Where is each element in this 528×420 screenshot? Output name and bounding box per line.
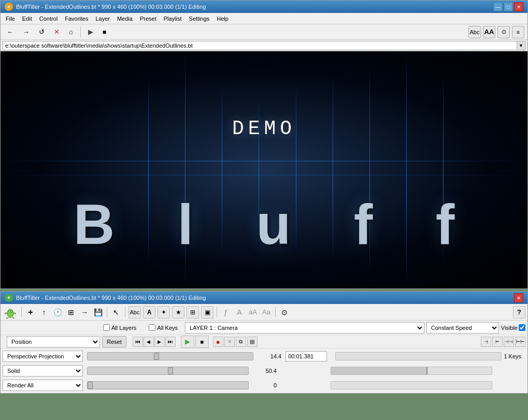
letter-l: l bbox=[177, 196, 193, 253]
visible-label[interactable]: Visible bbox=[501, 324, 525, 331]
record-btns: ● ✕ ⧉ ▤ bbox=[213, 337, 258, 347]
window-controls[interactable]: — □ ✕ bbox=[493, 2, 523, 11]
help-btn[interactable]: ? bbox=[513, 306, 525, 318]
media-icon[interactable]: ▣ bbox=[201, 306, 213, 318]
record-button[interactable]: ● bbox=[213, 337, 223, 347]
demo-text: DEMO bbox=[232, 118, 296, 140]
tb-sep-5 bbox=[275, 307, 276, 317]
layer-move-button[interactable]: → bbox=[79, 307, 90, 318]
next-frame-button[interactable]: ▶ bbox=[154, 337, 165, 347]
speed-select[interactable]: Constant Speed bbox=[426, 322, 499, 334]
playback-btns: ▶ ■ bbox=[181, 336, 209, 348]
a-icon[interactable]: A bbox=[143, 306, 155, 318]
menu-media[interactable]: Media bbox=[114, 15, 136, 23]
speedometer-icon[interactable]: ⊙ bbox=[279, 307, 290, 318]
all-keys-label[interactable]: All Keys bbox=[149, 324, 178, 331]
paste-key-button[interactable]: ▤ bbox=[247, 337, 258, 347]
forward-button[interactable]: → bbox=[20, 27, 33, 37]
prev-frame-button[interactable]: ◀ bbox=[144, 337, 154, 347]
bottom-close-button[interactable]: ✕ bbox=[514, 293, 523, 302]
delete-key-button[interactable]: ✕ bbox=[224, 337, 235, 347]
clock-button[interactable]: 🕐 bbox=[52, 307, 63, 318]
menu-settings[interactable]: Settings bbox=[186, 15, 213, 23]
timeline-track-3[interactable] bbox=[331, 381, 492, 389]
nav-prev-key2[interactable]: ⊣⊣ bbox=[504, 337, 514, 347]
layer-copy-button[interactable]: ⊞ bbox=[65, 307, 77, 318]
timeline-track[interactable] bbox=[335, 352, 502, 360]
menu-file[interactable]: File bbox=[3, 15, 18, 23]
media-stop-button[interactable]: ■ bbox=[99, 27, 109, 37]
save-layer-button[interactable]: 💾 bbox=[92, 307, 104, 318]
slider-2-thumb[interactable] bbox=[168, 367, 173, 374]
slider-1-thumb[interactable] bbox=[154, 353, 159, 360]
slider-2-track[interactable] bbox=[87, 367, 249, 375]
address-input[interactable] bbox=[3, 41, 517, 50]
abc-icon[interactable]: Abc bbox=[468, 26, 481, 38]
star-icon[interactable]: ★ bbox=[172, 306, 184, 318]
text-disabled: A bbox=[234, 307, 245, 318]
menu-edit[interactable]: Edit bbox=[19, 15, 35, 23]
menu-icon[interactable]: ≡ bbox=[512, 26, 524, 38]
nav-next-key[interactable]: ⊢ bbox=[492, 337, 503, 347]
menu-preset[interactable]: Preset bbox=[137, 15, 160, 23]
abc-text-icon[interactable]: Abc bbox=[129, 306, 141, 318]
slider-3-value: 0 bbox=[253, 382, 279, 388]
keys-label: 1 Keys bbox=[504, 353, 525, 359]
back-button[interactable]: ← bbox=[4, 27, 17, 37]
go-end-button[interactable]: ⏭ bbox=[165, 337, 176, 347]
all-layers-checkbox[interactable] bbox=[103, 324, 110, 331]
all-keys-checkbox[interactable] bbox=[149, 324, 155, 331]
fx-icon[interactable]: ✦ bbox=[158, 306, 170, 318]
stop-btn[interactable]: ■ bbox=[195, 336, 209, 348]
slider-3-thumb[interactable] bbox=[88, 382, 93, 389]
home-button[interactable]: ⌂ bbox=[66, 27, 76, 37]
grid-icon[interactable]: ⊞ bbox=[187, 306, 199, 318]
timeline-track-2[interactable] bbox=[331, 367, 492, 375]
menu-favorites[interactable]: Favorites bbox=[62, 15, 91, 23]
move-up-button[interactable]: ↑ bbox=[38, 307, 50, 318]
slider-row-1: Perspective Projection 14.4 1 Keys bbox=[3, 350, 525, 363]
svg-point-4 bbox=[11, 311, 12, 312]
aa-icon[interactable]: AA bbox=[483, 26, 495, 38]
cursor-button[interactable]: ↖ bbox=[110, 307, 122, 318]
copy-key-button[interactable]: ⧉ bbox=[236, 337, 246, 347]
layer-select[interactable]: LAYER 1 : Camera bbox=[185, 322, 424, 334]
visible-checkbox[interactable] bbox=[519, 324, 525, 331]
nav-next-key2[interactable]: ⊢⊢ bbox=[515, 337, 525, 347]
slider-1-track[interactable] bbox=[87, 352, 253, 360]
close-button[interactable]: ✕ bbox=[514, 2, 523, 11]
reset-button[interactable]: Reset bbox=[102, 336, 126, 347]
letter-f2: f bbox=[436, 196, 455, 253]
stop-button[interactable]: ✕ bbox=[51, 27, 63, 37]
maximize-button[interactable]: □ bbox=[504, 2, 513, 11]
fx-disabled: ƒ bbox=[220, 307, 232, 318]
time-input[interactable] bbox=[286, 351, 327, 361]
right-transport: ⊣ ⊢ ⊣⊣ ⊢⊢ bbox=[481, 337, 525, 347]
perspective-projection-select[interactable]: Perspective Projection bbox=[3, 351, 83, 362]
refresh-button[interactable]: ↺ bbox=[36, 27, 48, 37]
bottom-window-controls[interactable]: ✕ bbox=[514, 293, 523, 302]
all-layers-label[interactable]: All Layers bbox=[103, 324, 136, 331]
slider-3-track[interactable] bbox=[87, 381, 249, 389]
top-title-bar: e BluffTitler - ExtendedOutlines.bt * 99… bbox=[1, 1, 527, 13]
menu-control[interactable]: Control bbox=[36, 15, 61, 23]
render-all-select[interactable]: Render All bbox=[3, 380, 83, 391]
top-window-title: BluffTitler - ExtendedOutlines.bt * 990 … bbox=[16, 4, 206, 10]
bottom-app-icon: ✦ bbox=[5, 294, 13, 302]
menu-help[interactable]: Help bbox=[213, 15, 232, 23]
minimize-button[interactable]: — bbox=[493, 2, 503, 11]
copyright-icon[interactable]: ⊙ bbox=[497, 26, 510, 38]
add-button[interactable]: + bbox=[25, 307, 36, 318]
position-select[interactable]: Position bbox=[7, 336, 100, 347]
go-start-button[interactable]: ⏮ bbox=[133, 337, 143, 347]
menu-layer[interactable]: Layer bbox=[92, 15, 113, 23]
play-button[interactable]: ▶ bbox=[181, 336, 194, 348]
menu-playlist[interactable]: Playlist bbox=[161, 15, 185, 23]
help-icon[interactable]: ? bbox=[513, 306, 525, 318]
address-bar: ▼ bbox=[1, 40, 527, 51]
play-button[interactable]: ▶ bbox=[85, 27, 96, 37]
gecko-icon bbox=[3, 305, 18, 320]
address-dropdown[interactable]: ▼ bbox=[517, 41, 525, 50]
solid-select[interactable]: Solid bbox=[3, 365, 83, 376]
nav-prev-key[interactable]: ⊣ bbox=[481, 337, 491, 347]
